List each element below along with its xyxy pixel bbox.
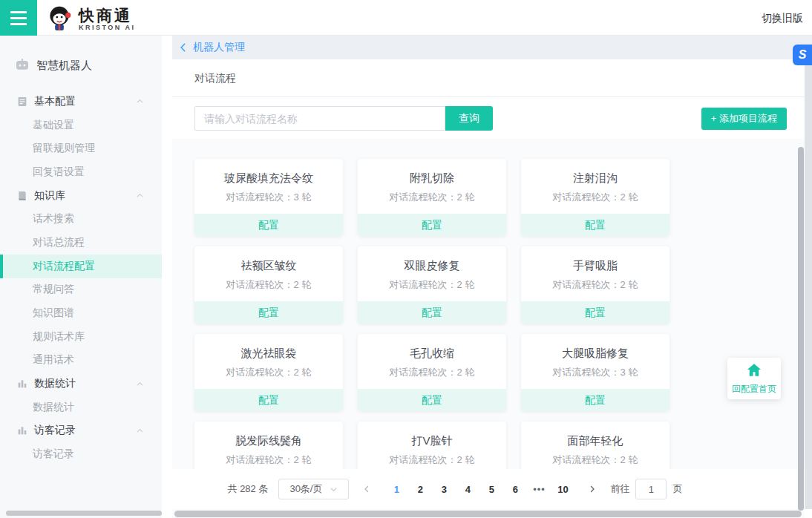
tab-bar: 对话流程 (172, 59, 805, 97)
sidebar-horizontal-scrollbar[interactable] (6, 511, 162, 516)
page-number-list: 123456•••10 (384, 484, 574, 495)
brand-name-cn: 快商通 (79, 7, 136, 24)
sidebar-item-基础设置[interactable]: 基础设置 (0, 114, 162, 137)
flow-card-rounds: 对话流程轮次：2 轮 (521, 191, 669, 204)
add-project-flow-button[interactable]: + 添加项目流程 (701, 108, 787, 130)
page-number-5[interactable]: 5 (479, 484, 503, 495)
sidebar-item-label: 规则话术库 (33, 330, 85, 344)
flow-card: 毛孔收缩对话流程轮次：2 轮配置 (358, 334, 506, 411)
sidebar-item-label: 智慧机器人 (36, 59, 92, 73)
sidebar-menu: 智慧机器人基本配置基础设置留联规则管理回复语设置知识库话术搜索对话总流程对话流程… (0, 50, 162, 466)
vertical-scrollbar-thumb[interactable] (798, 147, 804, 511)
page-ellipsis[interactable]: ••• (527, 484, 551, 495)
home-icon (745, 362, 763, 378)
configure-button[interactable]: 配置 (358, 214, 506, 236)
flow-card-title: 面部年轻化 (521, 434, 669, 448)
sidebar-item-label: 通用话术 (33, 353, 74, 367)
page-number-10[interactable]: 10 (551, 484, 574, 495)
prev-page-button[interactable] (359, 485, 374, 494)
goto-suffix: 页 (672, 482, 682, 496)
brand-logo: 快商通 KRISTON AI (46, 4, 136, 35)
configure-button[interactable]: 配置 (194, 389, 343, 411)
breadcrumb-label[interactable]: 机器人管理 (193, 41, 245, 54)
flow-card-rounds: 对话流程轮次：2 轮 (194, 278, 343, 292)
goto-page-group: 前往 页 (610, 479, 682, 499)
page-number-6[interactable]: 6 (503, 484, 527, 495)
flow-card: 注射泪沟对话流程轮次：2 轮配置 (521, 159, 669, 236)
page-number-3[interactable]: 3 (432, 484, 456, 495)
horizontal-scrollbar-thumb[interactable] (174, 511, 802, 517)
goto-label: 前往 (610, 482, 629, 496)
sidebar-item-回复语设置[interactable]: 回复语设置 (0, 160, 162, 184)
page-size-select[interactable]: 30条/页 (278, 479, 349, 499)
flow-card-title: 打V脸针 (358, 434, 506, 448)
flow-card-rounds: 对话流程轮次：2 轮 (358, 453, 506, 467)
sidebar-item-label: 话术搜索 (33, 212, 74, 226)
search-input[interactable] (194, 106, 445, 131)
book-icon (16, 190, 28, 202)
hamburger-menu-icon[interactable] (0, 0, 37, 36)
sidebar-item-label: 数据统计 (34, 377, 76, 390)
flow-card-title: 激光祛眼袋 (194, 347, 343, 361)
flow-card: 大腿吸脂修复对话流程轮次：3 轮配置 (521, 334, 669, 411)
flow-card: 双眼皮修复对话流程轮次：2 轮配置 (358, 246, 506, 324)
sidebar-item-对话总流程[interactable]: 对话总流程 (0, 231, 162, 255)
pagination-total: 共 282 条 (228, 482, 269, 496)
brand-name-en: KRISTON AI (79, 24, 136, 32)
configure-button[interactable]: 配置 (194, 214, 343, 236)
sidebar-item-智慧机器人[interactable]: 智慧机器人 (0, 50, 162, 80)
search-toolbar: 查询 + 添加项目流程 (172, 98, 805, 139)
page-number-4[interactable]: 4 (456, 484, 479, 495)
chevron-up-icon (136, 380, 144, 388)
flow-card-rounds: 对话流程轮次：2 轮 (521, 453, 669, 467)
sidebar-item-label: 回复语设置 (33, 165, 85, 179)
page-number-1[interactable]: 1 (384, 484, 408, 495)
flow-card-title: 祛额区皱纹 (194, 259, 343, 273)
sidebar-item-数据统计[interactable]: 数据统计 (0, 372, 162, 396)
chevron-up-icon (136, 427, 144, 435)
switch-old-version-link[interactable]: 切换旧版 (762, 0, 803, 36)
sidebar-item-对话流程配置[interactable]: 对话流程配置 (0, 255, 162, 278)
flow-card-title: 手臂吸脂 (521, 259, 669, 273)
sidebar-item-留联规则管理[interactable]: 留联规则管理 (0, 137, 162, 160)
configure-button[interactable]: 配置 (194, 301, 343, 324)
chevron-up-icon (136, 191, 144, 200)
flow-card: 手臂吸脂对话流程轮次：2 轮配置 (521, 246, 669, 324)
configure-button[interactable]: 配置 (358, 301, 506, 324)
sidebar-item-基本配置[interactable]: 基本配置 (0, 90, 162, 114)
tab-dialog-flow[interactable]: 对话流程 (194, 59, 236, 97)
sidebar-item-label: 基本配置 (34, 95, 76, 108)
configure-button[interactable]: 配置 (521, 301, 669, 324)
back-chevron-icon (178, 42, 189, 53)
sidebar-item-规则话术库[interactable]: 规则话术库 (0, 325, 162, 349)
next-page-button[interactable] (585, 485, 600, 494)
flow-card: 玻尿酸填充法令纹对话流程轮次：3 轮配置 (194, 159, 343, 236)
sidebar-item-label: 留联规则管理 (33, 142, 95, 155)
kst-floating-widget-icon[interactable]: S (793, 45, 812, 65)
sidebar-item-知识图谱[interactable]: 知识图谱 (0, 301, 162, 325)
flow-card-rounds: 对话流程轮次：2 轮 (358, 278, 506, 292)
page-scrollbar-track[interactable] (805, 59, 812, 509)
sidebar-item-label: 对话总流程 (33, 236, 85, 249)
flow-card-rounds: 对话流程轮次：2 轮 (358, 191, 506, 204)
mascot-icon (46, 4, 73, 35)
page-number-2[interactable]: 2 (408, 484, 432, 495)
sidebar-item-常规问答[interactable]: 常规问答 (0, 278, 162, 302)
search-button[interactable]: 查询 (445, 106, 493, 131)
document-icon (16, 96, 28, 108)
top-header: 快商通 KRISTON AI 切换旧版 (0, 0, 812, 36)
goto-page-input[interactable] (635, 479, 667, 499)
configure-button[interactable]: 配置 (521, 214, 669, 236)
flow-card-title: 附乳切除 (358, 171, 506, 186)
configure-button[interactable]: 配置 (521, 389, 669, 411)
sidebar-item-话术搜索[interactable]: 话术搜索 (0, 207, 162, 231)
back-to-config-home-button[interactable]: 回配置首页 (727, 358, 781, 399)
sidebar-item-知识库[interactable]: 知识库 (0, 184, 162, 208)
sidebar-item-通用话术[interactable]: 通用话术 (0, 349, 162, 373)
configure-button[interactable]: 配置 (358, 389, 506, 411)
sidebar-item-访客记录[interactable]: 访客记录 (0, 442, 162, 466)
breadcrumb[interactable]: 机器人管理 (172, 36, 812, 59)
sidebar-item-数据统计[interactable]: 数据统计 (0, 396, 162, 419)
flow-card-title: 注射泪沟 (521, 171, 669, 186)
sidebar-item-访客记录[interactable]: 访客记录 (0, 419, 162, 443)
